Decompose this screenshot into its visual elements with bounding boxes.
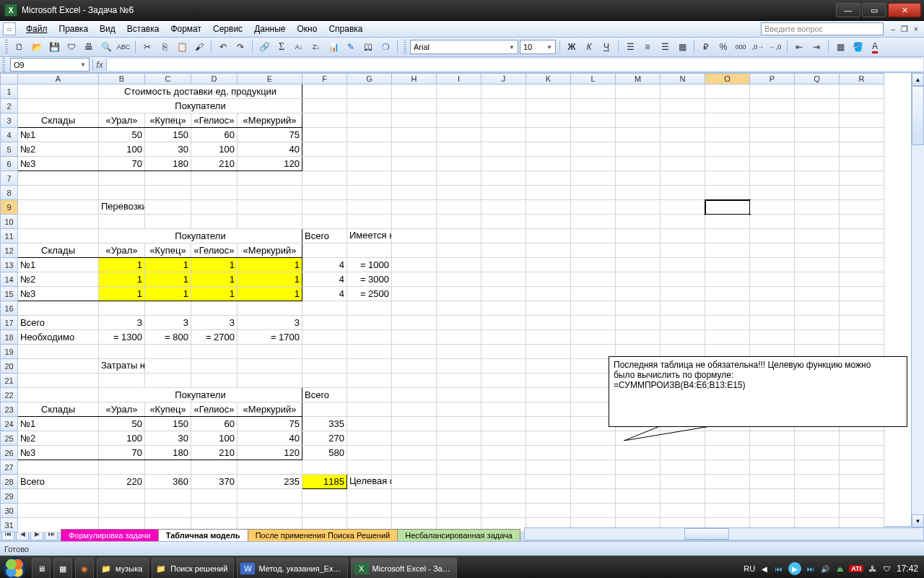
cell-A8[interactable] <box>18 186 99 200</box>
cell-K26[interactable] <box>526 446 571 460</box>
cell-A3[interactable]: Склады <box>18 113 99 128</box>
cell-M6[interactable] <box>616 157 661 171</box>
redo-icon[interactable]: ↷ <box>232 39 248 55</box>
cell-B7[interactable] <box>99 171 145 186</box>
row-header-7[interactable]: 7 <box>1 171 18 186</box>
row-header-14[interactable]: 14 <box>1 272 18 287</box>
help-icon[interactable]: ❍ <box>378 39 393 55</box>
cell-G16[interactable] <box>347 301 392 316</box>
cell-G17[interactable] <box>347 316 392 330</box>
cell-P28[interactable] <box>750 475 795 489</box>
row-header-13[interactable]: 13 <box>1 258 18 272</box>
cell-I9[interactable] <box>437 200 481 215</box>
cell-O18[interactable] <box>705 330 750 345</box>
cell-B28[interactable]: 220 <box>99 475 145 489</box>
cell-B20[interactable]: Затраты на перевозки <box>99 359 145 374</box>
cell-I3[interactable] <box>437 113 481 128</box>
cell-B17[interactable]: 3 <box>99 316 145 330</box>
cell-R14[interactable] <box>840 272 884 287</box>
col-header-L[interactable]: L <box>571 74 616 85</box>
cell-J28[interactable] <box>481 475 526 489</box>
sheet-tab-formulation[interactable]: Формулировка задачи <box>61 529 159 541</box>
help-question-box[interactable]: Введите вопрос <box>761 22 884 35</box>
cell-B10[interactable] <box>99 215 145 229</box>
cell-N11[interactable] <box>661 229 705 243</box>
cell-A28[interactable]: Всего <box>18 475 99 489</box>
col-header-I[interactable]: I <box>437 74 481 85</box>
cell-A15[interactable]: №3 <box>18 287 99 301</box>
cell-J16[interactable] <box>481 301 526 316</box>
cell-E25[interactable]: 40 <box>237 431 302 446</box>
cell-D16[interactable] <box>191 301 237 316</box>
comma-icon[interactable]: 000 <box>733 39 749 55</box>
cell-D28[interactable]: 370 <box>191 475 237 489</box>
cell-L17[interactable] <box>571 316 616 330</box>
copy-icon[interactable]: ⎘ <box>157 39 173 55</box>
cell-M14[interactable] <box>616 272 661 287</box>
align-right-icon[interactable]: ☰ <box>657 39 673 55</box>
cell-L28[interactable] <box>571 475 616 489</box>
cell-K10[interactable] <box>526 215 571 229</box>
cell-G19[interactable] <box>347 345 392 359</box>
cell-A24[interactable]: №1 <box>18 417 99 431</box>
row-header-16[interactable]: 16 <box>1 301 18 316</box>
cell-D14[interactable]: 1 <box>191 272 237 287</box>
cell-F11[interactable]: Всего <box>302 229 347 243</box>
cell-G2[interactable] <box>347 99 392 113</box>
cell-N2[interactable] <box>661 99 705 113</box>
row-header-11[interactable]: 11 <box>1 229 18 243</box>
cell-P4[interactable] <box>750 128 795 142</box>
cell-D12[interactable]: «Гелиос» <box>191 243 237 258</box>
cell-M13[interactable] <box>616 258 661 272</box>
cell-R25[interactable] <box>840 431 884 446</box>
cell-I21[interactable] <box>437 374 481 388</box>
print-icon[interactable]: 🖶 <box>81 39 97 55</box>
cell-F15[interactable]: 4 <box>302 287 347 301</box>
cell-I28[interactable] <box>437 475 481 489</box>
cell-C18[interactable]: = 800 <box>145 330 191 345</box>
cell-L5[interactable] <box>571 142 616 157</box>
cell-H1[interactable] <box>392 85 437 99</box>
cell-C29[interactable] <box>145 489 191 504</box>
cell-O17[interactable] <box>705 316 750 330</box>
cell-K14[interactable] <box>526 272 571 287</box>
cell-A14[interactable]: №2 <box>18 272 99 287</box>
sort-asc-icon[interactable]: A↓ <box>291 39 307 55</box>
cell-H18[interactable] <box>392 330 437 345</box>
row-header-22[interactable]: 22 <box>1 388 18 402</box>
cell-N18[interactable] <box>661 330 705 345</box>
cell-F23[interactable] <box>302 402 347 417</box>
cell-L15[interactable] <box>571 287 616 301</box>
quick-launch-media-icon[interactable]: ◉ <box>75 558 94 578</box>
cell-C19[interactable] <box>145 345 191 359</box>
cell-I13[interactable] <box>437 258 481 272</box>
cell-N10[interactable] <box>661 215 705 229</box>
decrease-decimal-icon[interactable]: ←,0 <box>767 39 783 55</box>
cell-N4[interactable] <box>661 128 705 142</box>
col-header-O[interactable]: O <box>705 74 750 85</box>
cell-O4[interactable] <box>705 128 750 142</box>
formula-grip[interactable] <box>2 58 5 72</box>
cell-F18[interactable] <box>302 330 347 345</box>
cell-N3[interactable] <box>661 113 705 128</box>
cell-K7[interactable] <box>526 171 571 186</box>
currency-icon[interactable]: ₽ <box>698 39 714 55</box>
col-header-J[interactable]: J <box>481 74 526 85</box>
cell-I23[interactable] <box>437 402 481 417</box>
cell-R6[interactable] <box>840 157 884 171</box>
cell-O26[interactable] <box>705 446 750 460</box>
cell-I30[interactable] <box>437 504 481 518</box>
col-header-P[interactable]: P <box>750 74 795 85</box>
paste-icon[interactable]: 📋 <box>174 39 190 55</box>
cell-M11[interactable] <box>616 229 661 243</box>
cell-C30[interactable] <box>145 504 191 518</box>
hscroll-thumb[interactable] <box>684 528 729 540</box>
cell-B15[interactable]: 1 <box>99 287 145 301</box>
cell-K19[interactable] <box>526 345 571 359</box>
cell-I10[interactable] <box>437 215 481 229</box>
cell-C9[interactable] <box>145 200 191 215</box>
cell-A16[interactable] <box>18 301 99 316</box>
cell-I29[interactable] <box>437 489 481 504</box>
cell-M5[interactable] <box>616 142 661 157</box>
cell-B12[interactable]: «Урал» <box>99 243 145 258</box>
